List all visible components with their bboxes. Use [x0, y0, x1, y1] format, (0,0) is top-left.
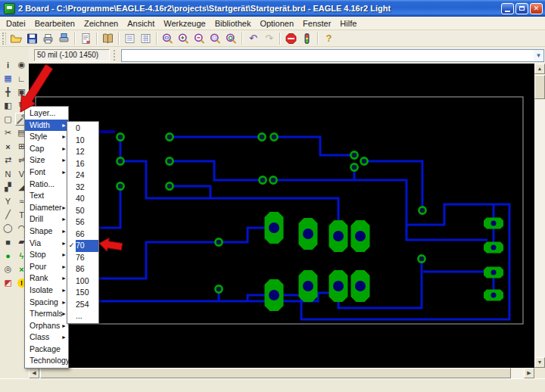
menu-zeichnen[interactable]: Zeichnen: [79, 17, 123, 30]
scroll-down-icon[interactable]: ▼: [534, 357, 545, 368]
zoom-redraw-button[interactable]: [223, 31, 239, 46]
board-canvas[interactable]: [29, 64, 534, 368]
rect-tool-icon[interactable]: ■: [2, 235, 14, 248]
width-option-56[interactable]: 56: [67, 216, 98, 229]
menu-item-style[interactable]: Style►: [25, 131, 68, 143]
command-input[interactable]: [122, 50, 534, 61]
open-button[interactable]: [8, 31, 24, 46]
minimize-button[interactable]: [501, 3, 514, 14]
stop-button[interactable]: [283, 31, 299, 46]
mirror-tool-icon[interactable]: ◧: [2, 99, 14, 112]
group-tool-icon[interactable]: ▢: [2, 113, 14, 126]
library-button[interactable]: [100, 31, 116, 46]
menu-item-shape[interactable]: Shape►: [25, 226, 68, 238]
scroll-right-icon[interactable]: ▶: [524, 368, 534, 378]
menu-werkzeuge[interactable]: Werkzeuge: [159, 17, 210, 30]
horizontal-scrollbar[interactable]: ◀ ▶: [29, 368, 534, 378]
width-option-0[interactable]: 0: [67, 123, 98, 135]
help-button[interactable]: ?: [321, 31, 337, 46]
menu-optionen[interactable]: Optionen: [255, 17, 298, 30]
width-option-50[interactable]: 50: [67, 205, 98, 217]
menu-item-isolate[interactable]: Isolate►: [25, 285, 68, 297]
menu-item-diameter[interactable]: Diameter►: [25, 202, 68, 214]
width-option-66[interactable]: 66: [67, 229, 98, 241]
zoom-in-button[interactable]: [176, 31, 192, 46]
show-tool-icon[interactable]: ◉: [15, 58, 28, 71]
sheet-list-button[interactable]: [138, 31, 154, 46]
width-option-76[interactable]: 76: [67, 252, 98, 264]
width-option-dotdotdot[interactable]: ...: [67, 310, 98, 322]
menu-item-rank[interactable]: Rank►: [25, 272, 68, 285]
width-option-40[interactable]: 40: [67, 193, 98, 205]
run-script-button[interactable]: [78, 31, 94, 46]
menu-item-text[interactable]: Text: [25, 190, 68, 202]
menu-item-technology[interactable]: Technology: [25, 355, 68, 367]
menu-item-pour[interactable]: Pour►: [25, 261, 68, 273]
scroll-left-icon[interactable]: ◀: [29, 368, 39, 378]
delete-tool-icon[interactable]: ×: [2, 140, 14, 153]
name-tool-icon[interactable]: N: [2, 167, 14, 180]
menu-item-thermals[interactable]: Thermals►: [25, 308, 68, 320]
via-tool-icon[interactable]: ●: [2, 249, 14, 262]
copy-tool-icon[interactable]: ▣: [15, 86, 28, 98]
vertical-scrollbar[interactable]: ▲ ▼: [534, 64, 545, 368]
smash-tool-icon[interactable]: ▞: [2, 181, 14, 194]
width-option-10[interactable]: 10: [67, 135, 98, 147]
cut-tool-icon[interactable]: ✂: [2, 126, 14, 139]
close-button[interactable]: ✕: [530, 3, 543, 14]
print-button[interactable]: [40, 31, 56, 46]
width-option-32[interactable]: 32: [67, 182, 98, 194]
cam-processor-button[interactable]: [56, 31, 72, 46]
zoom-fit-button[interactable]: [160, 31, 176, 46]
menu-bearbeiten[interactable]: Bearbeiten: [30, 17, 79, 30]
width-option-254[interactable]: 254: [67, 299, 98, 311]
undo-button[interactable]: ↶: [245, 31, 261, 46]
menu-item-ratio[interactable]: Ratio...: [25, 179, 68, 191]
sheet-thumbnails-button[interactable]: [122, 31, 138, 46]
circle-tool-icon[interactable]: ◯: [2, 222, 14, 235]
move-tool-icon[interactable]: ╋: [2, 86, 14, 98]
command-history-dropdown-icon[interactable]: ▼: [534, 50, 543, 61]
wire-tool-icon[interactable]: ╱: [2, 208, 14, 221]
zoom-select-button[interactable]: [207, 31, 223, 46]
zoom-out-button[interactable]: [192, 31, 207, 46]
width-option-70[interactable]: ✓70: [67, 240, 98, 252]
menu-ansicht[interactable]: Ansicht: [123, 17, 159, 30]
menu-item-font[interactable]: Font►: [25, 166, 68, 179]
menu-item-cap[interactable]: Cap►: [25, 143, 68, 155]
width-option-86[interactable]: 86: [67, 263, 98, 275]
menu-item-orphans[interactable]: Orphans►: [25, 320, 68, 332]
width-option-150[interactable]: 150: [67, 287, 98, 299]
menu-item-size[interactable]: Size►: [25, 154, 68, 166]
menu-bibliothek[interactable]: Bibliothek: [210, 17, 256, 30]
menu-hilfe[interactable]: Hilfe: [335, 17, 361, 30]
commandline-drag-handle[interactable]: [114, 50, 117, 61]
menu-item-spacing[interactable]: Spacing►: [25, 297, 68, 309]
menu-item-drill[interactable]: Drill►: [25, 213, 68, 226]
width-option-24[interactable]: 24: [67, 170, 98, 182]
menu-item-class[interactable]: Class►: [25, 331, 68, 344]
redo-button[interactable]: ↷: [261, 31, 277, 46]
menu-item-stop[interactable]: Stop►: [25, 249, 68, 261]
display-tool-icon[interactable]: ▦: [2, 72, 14, 85]
info-tool-icon[interactable]: i: [2, 58, 14, 71]
width-option-12[interactable]: 12: [67, 146, 98, 158]
menu-item-package[interactable]: Package: [25, 344, 68, 356]
horizontal-scroll-thumb[interactable]: [40, 368, 511, 378]
hole-tool-icon[interactable]: ◎: [2, 263, 14, 275]
mark-tool-icon[interactable]: ∟: [15, 72, 28, 85]
save-button[interactable]: [24, 31, 40, 46]
vertical-scroll-thumb[interactable]: [534, 75, 545, 99]
restore-button[interactable]: [515, 3, 528, 14]
split-tool-icon[interactable]: Y: [2, 194, 14, 207]
scroll-up-icon[interactable]: ▲: [534, 64, 545, 74]
menu-item-width[interactable]: Width►: [25, 120, 68, 132]
menu-datei[interactable]: Datei: [2, 17, 30, 30]
pinswap-tool-icon[interactable]: ⇄: [2, 154, 14, 166]
menu-item-via[interactable]: Via►: [25, 238, 68, 250]
menu-fenster[interactable]: Fenster: [298, 17, 335, 30]
drc-tool-icon[interactable]: ◩: [2, 276, 14, 289]
width-option-100[interactable]: 100: [67, 275, 98, 288]
menu-item-layer[interactable]: Layer...: [25, 107, 68, 120]
toolbar-drag-handle[interactable]: [2, 33, 6, 45]
